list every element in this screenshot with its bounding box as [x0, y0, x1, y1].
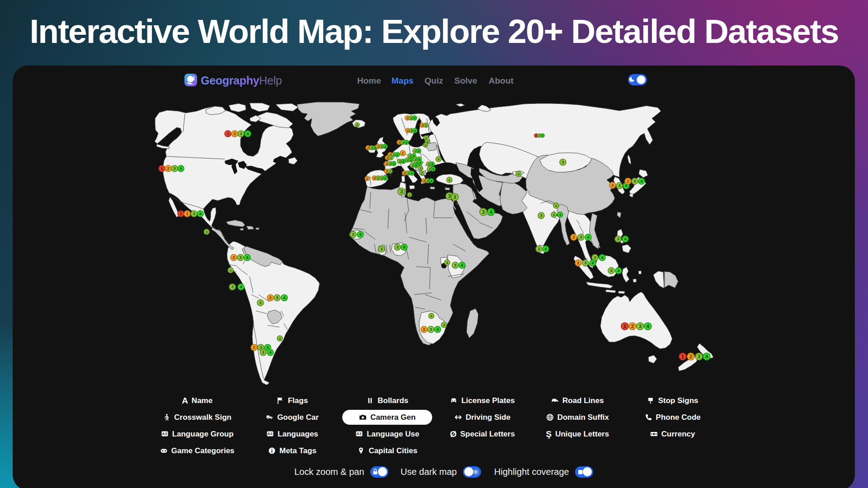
svg-text:3: 3	[540, 213, 542, 218]
svg-text:1: 1	[406, 117, 408, 120]
svg-text:4: 4	[283, 296, 285, 300]
svg-text:3: 3	[390, 156, 392, 160]
svg-text:3: 3	[429, 168, 430, 171]
svg-text:3: 3	[438, 157, 440, 161]
svg-text:4: 4	[384, 177, 386, 180]
svg-text:3: 3	[276, 296, 278, 300]
svg-text:2: 2	[269, 296, 271, 300]
svg-text:2: 2	[404, 172, 406, 175]
svg-text:3: 3	[426, 140, 428, 143]
svg-text:2: 2	[232, 255, 235, 260]
svg-text:4: 4	[179, 166, 182, 171]
svg-text:3: 3	[425, 144, 426, 147]
svg-text:3: 3	[409, 155, 411, 158]
svg-text:3: 3	[371, 146, 373, 150]
svg-text:3: 3	[453, 194, 456, 200]
svg-text:3: 3	[230, 268, 232, 272]
svg-text:3: 3	[561, 160, 564, 164]
svg-text:3: 3	[454, 263, 456, 267]
svg-text:4: 4	[414, 117, 415, 120]
svg-text:3: 3	[231, 285, 233, 289]
svg-text:2: 2	[366, 177, 368, 180]
svg-text:1: 1	[226, 131, 229, 136]
svg-text:2: 2	[423, 327, 425, 332]
svg-text:3: 3	[259, 345, 262, 350]
svg-text:2: 2	[577, 261, 579, 265]
svg-text:3: 3	[380, 247, 382, 251]
svg-text:3: 3	[389, 162, 391, 165]
svg-text:3: 3	[239, 255, 241, 260]
svg-text:4: 4	[418, 150, 420, 153]
svg-text:3: 3	[421, 172, 423, 175]
svg-text:4: 4	[490, 209, 493, 215]
svg-text:3: 3	[406, 159, 408, 162]
svg-text:3: 3	[425, 124, 427, 127]
svg-text:2: 2	[421, 124, 423, 127]
svg-text:1: 1	[623, 324, 626, 329]
svg-text:4: 4	[396, 153, 398, 156]
svg-text:3: 3	[420, 167, 421, 170]
svg-text:3: 3	[428, 163, 429, 166]
svg-text:4: 4	[542, 134, 543, 137]
svg-text:4: 4	[587, 235, 589, 239]
svg-text:2: 2	[367, 146, 369, 150]
svg-text:3: 3	[407, 172, 409, 175]
svg-text:3: 3	[173, 166, 175, 171]
svg-text:4: 4	[430, 179, 432, 183]
svg-text:4: 4	[432, 168, 434, 171]
svg-text:2: 2	[167, 166, 169, 171]
svg-text:2: 2	[423, 179, 425, 183]
svg-text:4: 4	[246, 131, 249, 136]
svg-text:4: 4	[461, 263, 463, 267]
svg-text:3: 3	[396, 245, 398, 249]
svg-text:4: 4	[640, 179, 642, 183]
svg-text:1: 1	[377, 145, 379, 148]
svg-text:2: 2	[233, 131, 236, 136]
svg-text:3: 3	[633, 179, 636, 183]
svg-text:4: 4	[436, 327, 439, 332]
svg-text:2: 2	[387, 156, 388, 160]
svg-text:3: 3	[410, 129, 412, 132]
svg-text:4: 4	[559, 213, 561, 217]
svg-text:4: 4	[393, 162, 395, 165]
svg-text:A: A	[162, 432, 165, 436]
svg-text:3: 3	[448, 193, 451, 199]
svg-text:4: 4	[601, 255, 603, 260]
svg-text:3: 3	[594, 255, 596, 260]
svg-text:3: 3	[617, 237, 619, 241]
svg-text:4: 4	[359, 232, 361, 237]
svg-text:3: 3	[352, 232, 354, 237]
svg-text:4: 4	[384, 145, 386, 148]
svg-text:3: 3	[553, 213, 555, 217]
svg-text:3: 3	[414, 150, 416, 153]
svg-text:2: 2	[689, 354, 692, 359]
svg-text:4: 4	[269, 350, 271, 355]
svg-text:2: 2	[627, 179, 629, 183]
svg-text:4: 4	[414, 129, 416, 132]
svg-text:4: 4	[411, 172, 413, 175]
svg-text:3: 3	[381, 145, 382, 148]
svg-text:3: 3	[279, 337, 281, 341]
svg-text:3: 3	[259, 300, 261, 305]
svg-text:3: 3	[240, 131, 242, 136]
svg-text:3: 3	[381, 177, 382, 180]
svg-text:3: 3	[411, 164, 413, 167]
svg-text:2: 2	[402, 151, 404, 155]
svg-text:3: 3	[409, 193, 410, 197]
svg-text:3: 3	[410, 117, 412, 120]
svg-text:3: 3	[448, 178, 451, 182]
svg-text:1: 1	[179, 211, 182, 216]
svg-text:3: 3	[584, 261, 586, 265]
svg-text:4: 4	[199, 211, 201, 216]
svg-text:A: A	[267, 432, 270, 436]
svg-text:2: 2	[386, 170, 387, 173]
svg-text:4: 4	[246, 255, 248, 260]
svg-text:2: 2	[386, 162, 387, 165]
svg-text:4: 4	[544, 247, 547, 251]
svg-text:4: 4	[419, 161, 421, 164]
svg-text:3: 3	[206, 230, 208, 234]
svg-text:3: 3	[393, 153, 395, 156]
svg-text:2: 2	[407, 129, 409, 132]
svg-text:3: 3	[518, 172, 520, 176]
svg-text:4: 4	[403, 245, 405, 249]
